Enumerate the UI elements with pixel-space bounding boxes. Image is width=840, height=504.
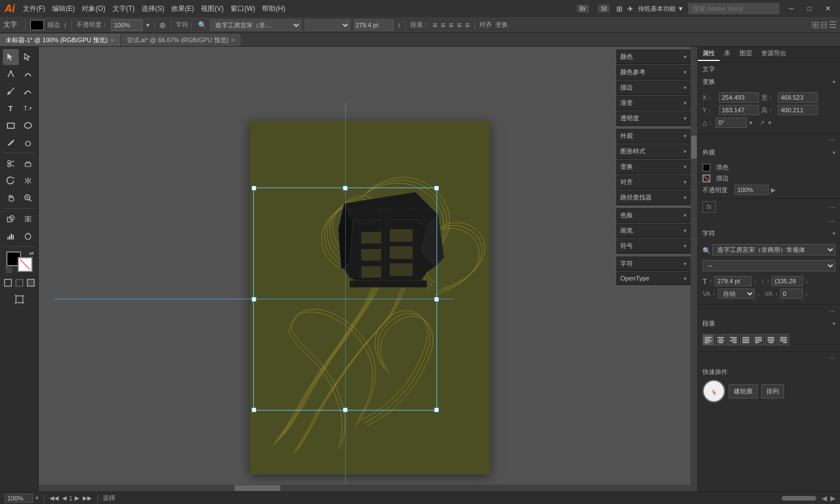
font-size-arrow-icon[interactable]: ↕ xyxy=(397,21,401,29)
para-align-icon-5[interactable]: ≡ xyxy=(465,21,470,30)
transparency-collapse[interactable]: ▾ xyxy=(684,115,686,121)
canvas-area[interactable]: 颜色 ▾ 颜色参考 ▾ 描边 ▾ 渐变 ▾ xyxy=(39,47,697,504)
tracking-select[interactable]: 自动 xyxy=(718,288,755,299)
size-down-arrow[interactable]: ↓ xyxy=(754,278,757,284)
char-sub-collapse[interactable]: ▾ xyxy=(684,261,686,267)
gradient-collapse[interactable]: ▾ xyxy=(684,100,686,106)
shear-value[interactable]: ▾ xyxy=(768,119,772,127)
opacity-arrow-panel[interactable]: ▶ xyxy=(771,186,776,194)
para-align-icon-2[interactable]: ≡ xyxy=(441,21,445,30)
reset-colors-icon[interactable]: ⬛ xyxy=(5,267,12,273)
more-options-icon[interactable]: ☰ xyxy=(829,19,837,30)
align-justify-btn[interactable] xyxy=(740,334,752,346)
fx-more-dots[interactable]: ··· xyxy=(829,202,835,212)
color-panel-header[interactable]: 颜色 ▾ xyxy=(617,50,690,64)
type-tool[interactable]: T xyxy=(3,100,19,116)
more-options-btn-3[interactable]: ··· xyxy=(829,306,835,315)
more-options-btn-4[interactable]: ··· xyxy=(829,353,835,362)
pencil-tool[interactable] xyxy=(3,135,19,151)
direct-select-tool[interactable] xyxy=(20,49,36,65)
char-collapse-icon[interactable]: ▾ xyxy=(833,230,835,237)
menu-view[interactable]: 视图(V) xyxy=(199,3,226,15)
share-icon[interactable]: ✈ xyxy=(627,5,633,13)
color-swatch-toolbar[interactable] xyxy=(30,20,44,30)
select-tool[interactable] xyxy=(3,49,19,65)
canvas-vscroll[interactable] xyxy=(690,47,697,491)
align-sub-collapse[interactable]: ▾ xyxy=(684,179,686,185)
hscrollbar-thumb[interactable] xyxy=(782,496,816,501)
pen-tool[interactable] xyxy=(3,66,19,82)
curvature-tool[interactable] xyxy=(20,66,36,82)
chart-tool[interactable] xyxy=(3,228,19,244)
arrange-btn[interactable]: 排列 xyxy=(761,384,784,399)
color-ref-panel-header[interactable]: 颜色参考 ▾ xyxy=(617,66,690,79)
nav-first-btn[interactable]: ◀◀ xyxy=(49,495,60,501)
opacity-input-panel[interactable] xyxy=(734,185,769,195)
opentype-panel-header[interactable]: OpenType ▾ xyxy=(617,273,690,284)
tab-trial[interactable]: 尝试.ai* @ 66.67% (RGB/GPU 预览) ✕ xyxy=(121,34,242,46)
tab-library[interactable]: 库 xyxy=(720,47,735,61)
artboard[interactable] xyxy=(250,121,490,474)
nav-next-btn[interactable]: ▶ xyxy=(74,495,80,501)
tab-properties[interactable]: 属性 xyxy=(698,47,720,61)
align-sub-panel-header[interactable]: 对齐 ▾ xyxy=(617,176,690,189)
brush-collapse[interactable]: ▾ xyxy=(684,227,686,234)
font-family-select[interactable]: 造字工房言宋（非… xyxy=(210,19,301,31)
transform-sub-collapse[interactable]: ▾ xyxy=(684,164,686,170)
align-left-btn[interactable] xyxy=(702,334,714,346)
create-outline-btn[interactable]: 建轮廓 xyxy=(729,384,758,399)
menu-help[interactable]: 帮助(H) xyxy=(260,3,288,15)
panel-toggle-1[interactable]: ⊞ xyxy=(811,19,819,30)
font-style-select[interactable] xyxy=(305,19,350,31)
appearance-sub-panel-header[interactable]: 外观 ▾ xyxy=(617,129,690,143)
align-right-btn[interactable] xyxy=(728,334,739,346)
scale-down-arrow[interactable]: ↓ xyxy=(805,278,808,284)
rotate-tool[interactable] xyxy=(3,173,19,189)
appearance-section-header[interactable]: 外观 ▾ xyxy=(698,145,840,160)
blob-brush-tool[interactable] xyxy=(20,135,36,151)
stroke-sub-panel-header[interactable]: 描边 ▾ xyxy=(617,81,690,95)
more-options-btn[interactable]: ··· xyxy=(829,135,835,144)
symbol-collapse[interactable]: ▾ xyxy=(684,243,686,249)
pathfinder-panel-header[interactable]: 路径查找器 ▾ xyxy=(617,191,690,205)
menu-object[interactable]: 对象(O) xyxy=(79,3,107,15)
zoom-dropdown-icon[interactable]: ▾ xyxy=(35,494,39,502)
status-nav-left[interactable]: ◀ xyxy=(822,494,827,502)
shape-builder-tool[interactable] xyxy=(3,211,19,227)
scale-up-arrow[interactable]: ↑ xyxy=(766,278,769,284)
opacity-arrow-icon[interactable]: ▾ xyxy=(146,21,150,29)
draw-behind-btn[interactable] xyxy=(26,278,36,288)
scissors-tool[interactable] xyxy=(3,156,19,172)
symbol-sprayer-tool[interactable] xyxy=(20,228,36,244)
para-collapse-icon[interactable]: ▾ xyxy=(833,320,835,327)
smooth-tool[interactable] xyxy=(20,83,36,99)
appearance-sub-collapse[interactable]: ▾ xyxy=(684,133,686,139)
nav-last-btn[interactable]: ▶▶ xyxy=(82,495,93,501)
transform-sub-panel-header[interactable]: 变换 ▾ xyxy=(617,160,690,174)
opacity-input[interactable] xyxy=(111,19,143,31)
menu-text[interactable]: 文字(T) xyxy=(110,3,137,15)
workspace-label[interactable]: 传统基本功能 ▼ xyxy=(638,5,684,13)
menu-select[interactable]: 选择(S) xyxy=(139,3,167,15)
graphic-style-panel-header[interactable]: 图形样式 ▾ xyxy=(617,145,690,158)
fill-checkbox[interactable] xyxy=(702,164,710,172)
pathfinder-collapse[interactable]: ▾ xyxy=(684,194,686,201)
tab-export[interactable]: 资源导出 xyxy=(757,47,791,61)
stock-btn[interactable]: St xyxy=(598,5,609,13)
font-search-icon[interactable]: 🔍 xyxy=(198,21,207,29)
tracking-down-arrow[interactable]: ↓ xyxy=(757,291,760,297)
tab-untitled-close[interactable]: ✕ xyxy=(110,37,115,43)
graphic-style-collapse[interactable]: ▾ xyxy=(684,148,686,155)
font-family-panel-select[interactable]: 造字工房言宋（非商用）常规体 xyxy=(712,244,835,255)
para-align-icon-4[interactable]: ≡ xyxy=(457,21,462,30)
globe-icon[interactable]: ⊕ xyxy=(159,21,166,30)
layout-grid-icon[interactable]: ⊞ xyxy=(616,5,623,13)
color-panel-collapse[interactable]: ▾ xyxy=(684,54,686,60)
hscrollbar-track[interactable] xyxy=(782,496,816,501)
mesh-tool[interactable] xyxy=(20,211,36,227)
opentype-collapse[interactable]: ▾ xyxy=(684,275,686,282)
brush-panel-header[interactable]: 画笔 ▾ xyxy=(617,224,690,238)
height-value-input[interactable] xyxy=(778,105,818,115)
bridge-btn[interactable]: Br xyxy=(577,5,589,13)
font-size-input[interactable] xyxy=(354,19,394,31)
